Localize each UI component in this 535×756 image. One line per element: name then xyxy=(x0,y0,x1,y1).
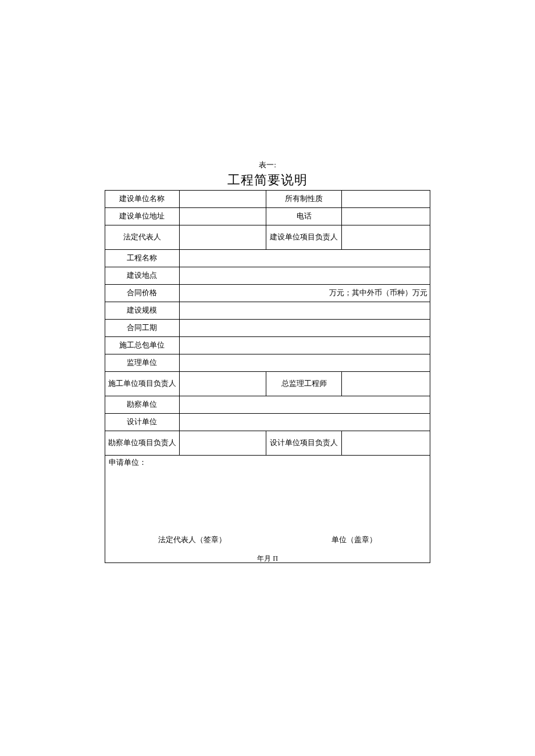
label-construction-unit-address: 建设单位地址 xyxy=(105,208,180,225)
applicant-unit-label: 申请单位： xyxy=(109,458,147,467)
table-row: 工程名称 xyxy=(105,250,430,267)
value-ownership-type[interactable] xyxy=(342,191,430,208)
table-row: 施工总包单位 xyxy=(105,337,430,354)
form-page: 表一: 工程简要说明 建设单位名称 所有制性质 建设单位地址 电话 法定代表人 … xyxy=(105,160,430,563)
table-row: 建设单位名称 所有制性质 xyxy=(105,191,430,208)
form-title: 工程简要说明 xyxy=(105,171,430,189)
value-legal-representative[interactable] xyxy=(179,225,266,250)
table-row: 建设地点 xyxy=(105,267,430,285)
value-general-contractor[interactable] xyxy=(179,337,430,354)
table-row: 勘察单位 xyxy=(105,396,430,414)
label-ownership-type: 所有制性质 xyxy=(266,191,342,208)
label-contractor-pm: 施工单位项目负责人 xyxy=(105,372,180,396)
value-chief-supervisor[interactable] xyxy=(342,372,430,396)
label-construction-unit-name: 建设单位名称 xyxy=(105,191,180,208)
value-contractor-pm[interactable] xyxy=(179,372,266,396)
table-row: 勘察单位项目负责人 设计单位项目负责人 xyxy=(105,431,430,456)
signature-area: 法定代表人（签章） 单位（盖章） xyxy=(105,535,430,552)
value-contract-duration[interactable] xyxy=(179,320,430,337)
label-chief-supervisor: 总监理工程师 xyxy=(266,372,342,396)
unit-seal-label: 单位（盖章） xyxy=(331,535,377,545)
label-construction-location: 建设地点 xyxy=(105,267,180,285)
table-row: 建设规模 xyxy=(105,302,430,320)
value-construction-location[interactable] xyxy=(179,267,430,285)
label-survey-unit-pm: 勘察单位项目负责人 xyxy=(105,431,180,456)
value-construction-unit-address[interactable] xyxy=(179,208,266,225)
label-project-name: 工程名称 xyxy=(105,250,180,267)
table-number-label: 表一: xyxy=(105,160,430,170)
table-row: 设计单位 xyxy=(105,414,430,431)
value-survey-unit-pm[interactable] xyxy=(179,431,266,456)
label-supervision-unit: 监理单位 xyxy=(105,354,180,372)
value-construction-unit-pm[interactable] xyxy=(342,225,430,250)
label-contract-duration: 合同工期 xyxy=(105,320,180,337)
value-supervision-unit[interactable] xyxy=(179,354,430,372)
applicant-section: 申请单位： 法定代表人（签章） 单位（盖章） 年月 Π xyxy=(105,456,430,563)
table-row-footer: 申请单位： 法定代表人（签章） 单位（盖章） 年月 Π xyxy=(105,456,430,563)
project-summary-table: 建设单位名称 所有制性质 建设单位地址 电话 法定代表人 建设单位项目负责人 工… xyxy=(105,190,430,563)
table-row: 施工单位项目负责人 总监理工程师 xyxy=(105,372,430,396)
value-survey-unit[interactable] xyxy=(179,396,430,414)
value-design-unit-pm[interactable] xyxy=(342,431,430,456)
label-design-unit-pm: 设计单位项目负责人 xyxy=(266,431,342,456)
label-legal-representative: 法定代表人 xyxy=(105,225,180,250)
value-phone[interactable] xyxy=(342,208,430,225)
value-design-unit[interactable] xyxy=(179,414,430,431)
table-row: 建设单位地址 电话 xyxy=(105,208,430,225)
label-construction-unit-pm: 建设单位项目负责人 xyxy=(266,225,342,250)
table-row: 合同价格 万元；其中外币（币种）万元 xyxy=(105,285,430,302)
label-general-contractor: 施工总包单位 xyxy=(105,337,180,354)
legal-rep-sign-label: 法定代表人（签章） xyxy=(158,535,226,545)
table-row: 合同工期 xyxy=(105,320,430,337)
table-row: 监理单位 xyxy=(105,354,430,372)
table-row: 法定代表人 建设单位项目负责人 xyxy=(105,225,430,250)
label-construction-scale: 建设规模 xyxy=(105,302,180,320)
label-survey-unit: 勘察单位 xyxy=(105,396,180,414)
value-contract-price[interactable]: 万元；其中外币（币种）万元 xyxy=(179,285,430,302)
date-label: 年月 Π xyxy=(105,554,430,564)
value-project-name[interactable] xyxy=(179,250,430,267)
label-contract-price: 合同价格 xyxy=(105,285,180,302)
label-phone: 电话 xyxy=(266,208,342,225)
value-construction-scale[interactable] xyxy=(179,302,430,320)
label-design-unit: 设计单位 xyxy=(105,414,180,431)
value-construction-unit-name[interactable] xyxy=(179,191,266,208)
